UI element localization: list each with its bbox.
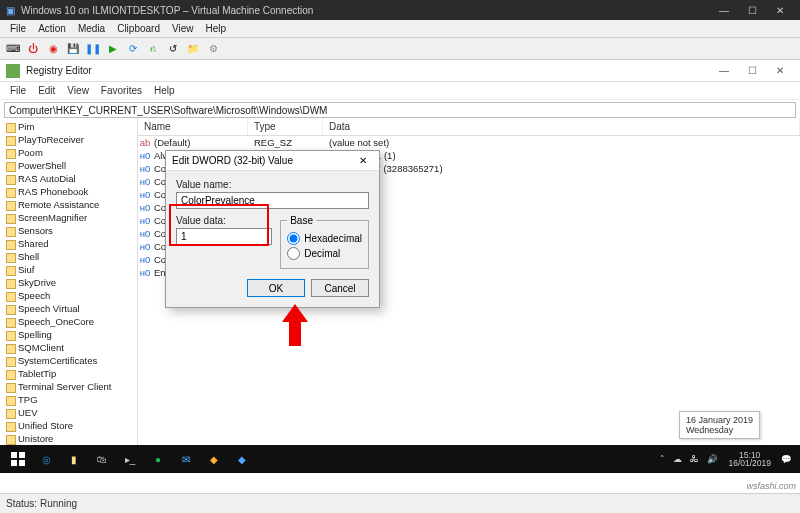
tree-item[interactable]: Pim [0,120,137,133]
reg-menu-view[interactable]: View [61,85,95,96]
minimize-button[interactable]: — [710,5,738,16]
tooltip-date: 16 January 2019 [686,415,753,425]
regedit-titlebar: Registry Editor — ☐ ✕ [0,60,800,82]
tree-item[interactable]: PlayToReceiver [0,133,137,146]
regedit-tree[interactable]: PimPlayToReceiverPoomPowerShellRAS AutoD… [0,118,138,461]
checkpoint-button[interactable]: ⎌ [144,40,162,58]
start-menu-button[interactable] [4,447,32,471]
clock[interactable]: 15:10 16/01/2019 [722,451,777,468]
value-data: 0x00000001 (1) [323,150,800,161]
task-mail[interactable]: ✉ [172,447,200,471]
reset-button[interactable]: ⟳ [124,40,142,58]
tree-item[interactable]: Speech_OneCore [0,315,137,328]
reg-menu-file[interactable]: File [4,85,32,96]
task-explorer[interactable]: ▮ [60,447,88,471]
tree-item[interactable]: Siuf [0,263,137,276]
tree-item[interactable]: PowerShell [0,159,137,172]
tree-item[interactable]: Sensors [0,224,137,237]
dec-radio[interactable] [287,247,300,260]
tree-item[interactable]: SkyDrive [0,276,137,289]
tray-net-icon[interactable]: 🖧 [686,454,703,464]
tree-item[interactable]: RAS AutoDial [0,172,137,185]
value-row[interactable]: ab(Default)REG_SZ(value not set) [138,136,800,149]
hex-label: Hexadecimal [304,233,362,244]
tray-vol-icon[interactable]: 🔊 [703,454,722,464]
close-button[interactable]: ✕ [766,5,794,16]
guest-taskbar[interactable]: ◎ ▮ 🛍 ▸_ ● ✉ ◆ ◆ 16 January 2019 Wednesd… [0,445,800,473]
reg-menu-help[interactable]: Help [148,85,181,96]
enhanced-button[interactable]: ⚙ [204,40,222,58]
dialog-close-button[interactable]: ✕ [353,155,373,166]
regedit-path-bar[interactable]: Computer\HKEY_CURRENT_USER\Software\Micr… [4,102,796,118]
svg-marker-0 [282,304,308,346]
tree-item[interactable]: UEV [0,406,137,419]
hex-radio[interactable] [287,232,300,245]
vm-menu-view[interactable]: View [166,23,200,34]
dword-icon: н0 [138,215,152,226]
value-data: 88365271) [323,189,800,200]
tree-item[interactable]: Shared [0,237,137,250]
save-button[interactable]: 💾 [64,40,82,58]
tree-item[interactable]: RAS Phonebook [0,185,137,198]
system-tray: ˄ ☁ 🖧 🔊 15:10 16/01/2019 💬 [656,451,796,468]
turnoff-button[interactable]: ⏻ [24,40,42,58]
tree-item[interactable]: Remote Assistance [0,198,137,211]
vm-icon: ▣ [6,5,15,16]
share-button[interactable]: 📁 [184,40,202,58]
tree-item[interactable]: Poom [0,146,137,159]
pause-button[interactable]: ❚❚ [84,40,102,58]
revert-button[interactable]: ↺ [164,40,182,58]
regedit-close[interactable]: ✕ [766,65,794,76]
value-type: REG_SZ [248,137,323,148]
dialog-titlebar[interactable]: Edit DWORD (32-bit) Value ✕ [166,151,379,171]
col-name[interactable]: Name [138,118,248,135]
vm-menu-action[interactable]: Action [32,23,72,34]
col-data[interactable]: Data [323,118,800,135]
tray-od-icon[interactable]: ☁ [669,454,686,464]
task-store[interactable]: 🛍 [88,447,116,471]
tree-item[interactable]: SystemCertificates [0,354,137,367]
tree-item[interactable]: Unified Store [0,419,137,432]
cancel-button[interactable]: Cancel [311,279,369,297]
vm-menu-help[interactable]: Help [199,23,232,34]
reg-menu-favorites[interactable]: Favorites [95,85,148,96]
date-tooltip: 16 January 2019 Wednesday [679,411,760,439]
dword-icon: н0 [138,163,152,174]
task-app1[interactable]: ◆ [200,447,228,471]
tray-action-center-icon[interactable]: 💬 [777,454,796,464]
col-type[interactable]: Type [248,118,323,135]
task-edge[interactable]: ◎ [32,447,60,471]
tree-item[interactable]: Speech Virtual [0,302,137,315]
tree-item[interactable]: Speech [0,289,137,302]
vm-menu-media[interactable]: Media [72,23,111,34]
start-button[interactable]: ▶ [104,40,122,58]
tray-chevron-icon[interactable]: ˄ [656,454,669,464]
tree-item[interactable]: Terminal Server Client [0,380,137,393]
cad-button[interactable]: ⌨ [4,40,22,58]
task-spotify[interactable]: ● [144,447,172,471]
tree-item[interactable]: ScreenMagnifier [0,211,137,224]
ok-button[interactable]: OK [247,279,305,297]
regedit-minimize[interactable]: — [710,65,738,76]
vm-menu-clipboard[interactable]: Clipboard [111,23,166,34]
regedit-path: Computer\HKEY_CURRENT_USER\Software\Micr… [9,105,327,116]
dword-icon: н0 [138,189,152,200]
tree-item[interactable]: TabletTip [0,367,137,380]
maximize-button[interactable]: ☐ [738,5,766,16]
vm-titlebar: ▣ Windows 10 on ILMIONTDESKTOP – Virtual… [0,0,800,20]
tree-item[interactable]: Spelling [0,328,137,341]
tree-item[interactable]: Unistore [0,432,137,445]
value-data [323,228,800,239]
shutdown-button[interactable]: ◉ [44,40,62,58]
vm-menu-file[interactable]: File [4,23,32,34]
task-terminal[interactable]: ▸_ [116,447,144,471]
tree-item[interactable]: Shell [0,250,137,263]
regedit-maximize[interactable]: ☐ [738,65,766,76]
tree-item[interactable]: TPG [0,393,137,406]
dword-icon: н0 [138,150,152,161]
vm-toolbar: ⌨ ⏻ ◉ 💾 ❚❚ ▶ ⟳ ⎌ ↺ 📁 ⚙ [0,38,800,60]
value-data: 0xc40078d7 (3288365271) [323,163,800,174]
tree-item[interactable]: SQMClient [0,341,137,354]
task-app2[interactable]: ◆ [228,447,256,471]
reg-menu-edit[interactable]: Edit [32,85,61,96]
